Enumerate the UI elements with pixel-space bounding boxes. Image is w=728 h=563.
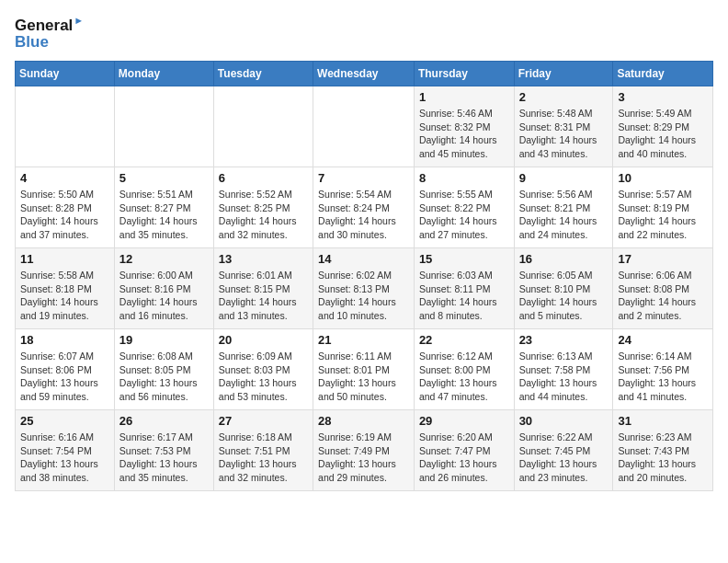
day-cell	[313, 86, 415, 167]
day-info: Sunrise: 6:13 AM Sunset: 7:58 PM Dayligh…	[519, 350, 609, 404]
day-cell: 9Sunrise: 5:56 AM Sunset: 8:21 PM Daylig…	[514, 167, 613, 248]
day-number: 29	[419, 414, 509, 428]
day-number: 27	[219, 414, 308, 428]
day-info: Sunrise: 5:49 AM Sunset: 8:29 PM Dayligh…	[618, 107, 708, 161]
week-row-2: 11Sunrise: 5:58 AM Sunset: 8:18 PM Dayli…	[16, 248, 713, 329]
day-info: Sunrise: 6:09 AM Sunset: 8:03 PM Dayligh…	[219, 350, 308, 404]
day-info: Sunrise: 6:16 AM Sunset: 7:54 PM Dayligh…	[20, 431, 109, 485]
day-number: 4	[20, 171, 109, 185]
week-row-0: 1Sunrise: 5:46 AM Sunset: 8:32 PM Daylig…	[16, 86, 713, 167]
weekday-header-sunday: Sunday	[16, 62, 115, 86]
day-cell: 17Sunrise: 6:06 AM Sunset: 8:08 PM Dayli…	[613, 248, 713, 329]
day-number: 10	[618, 171, 708, 185]
day-number: 1	[419, 90, 509, 104]
day-number: 20	[219, 333, 308, 347]
day-number: 6	[219, 171, 308, 185]
day-cell: 27Sunrise: 6:18 AM Sunset: 7:51 PM Dayli…	[213, 410, 313, 491]
day-info: Sunrise: 5:58 AM Sunset: 8:18 PM Dayligh…	[20, 269, 109, 323]
day-cell: 18Sunrise: 6:07 AM Sunset: 8:06 PM Dayli…	[16, 329, 115, 410]
day-cell: 30Sunrise: 6:22 AM Sunset: 7:45 PM Dayli…	[514, 410, 613, 491]
day-cell: 31Sunrise: 6:23 AM Sunset: 7:43 PM Dayli…	[613, 410, 713, 491]
day-number: 25	[20, 414, 109, 428]
logo: General► Blue	[15, 15, 84, 52]
day-cell: 12Sunrise: 6:00 AM Sunset: 8:16 PM Dayli…	[114, 248, 213, 329]
day-number: 19	[119, 333, 209, 347]
day-number: 30	[519, 414, 609, 428]
weekday-header-thursday: Thursday	[414, 62, 514, 86]
day-number: 24	[618, 333, 708, 347]
day-number: 7	[318, 171, 409, 185]
day-number: 5	[119, 171, 209, 185]
day-cell: 22Sunrise: 6:12 AM Sunset: 8:00 PM Dayli…	[414, 329, 514, 410]
day-cell: 29Sunrise: 6:20 AM Sunset: 7:47 PM Dayli…	[414, 410, 514, 491]
day-info: Sunrise: 5:51 AM Sunset: 8:27 PM Dayligh…	[119, 188, 209, 242]
day-info: Sunrise: 6:07 AM Sunset: 8:06 PM Dayligh…	[20, 350, 109, 404]
day-info: Sunrise: 5:48 AM Sunset: 8:31 PM Dayligh…	[519, 107, 609, 161]
day-number: 16	[519, 252, 609, 266]
day-info: Sunrise: 5:52 AM Sunset: 8:25 PM Dayligh…	[219, 188, 308, 242]
day-info: Sunrise: 6:14 AM Sunset: 7:56 PM Dayligh…	[618, 350, 708, 404]
day-cell: 4Sunrise: 5:50 AM Sunset: 8:28 PM Daylig…	[16, 167, 115, 248]
day-number: 23	[519, 333, 609, 347]
day-info: Sunrise: 6:02 AM Sunset: 8:13 PM Dayligh…	[318, 269, 409, 323]
day-cell: 26Sunrise: 6:17 AM Sunset: 7:53 PM Dayli…	[114, 410, 213, 491]
day-info: Sunrise: 6:17 AM Sunset: 7:53 PM Dayligh…	[119, 431, 209, 485]
day-number: 17	[618, 252, 708, 266]
day-number: 9	[519, 171, 609, 185]
day-cell	[114, 86, 213, 167]
day-cell: 28Sunrise: 6:19 AM Sunset: 7:49 PM Dayli…	[313, 410, 415, 491]
day-info: Sunrise: 5:50 AM Sunset: 8:28 PM Dayligh…	[20, 188, 109, 242]
day-number: 15	[419, 252, 509, 266]
day-cell: 10Sunrise: 5:57 AM Sunset: 8:19 PM Dayli…	[613, 167, 713, 248]
day-number: 28	[318, 414, 409, 428]
day-cell: 1Sunrise: 5:46 AM Sunset: 8:32 PM Daylig…	[414, 86, 514, 167]
day-cell: 6Sunrise: 5:52 AM Sunset: 8:25 PM Daylig…	[213, 167, 313, 248]
day-info: Sunrise: 6:20 AM Sunset: 7:47 PM Dayligh…	[419, 431, 509, 485]
day-info: Sunrise: 6:22 AM Sunset: 7:45 PM Dayligh…	[519, 431, 609, 485]
day-cell: 7Sunrise: 5:54 AM Sunset: 8:24 PM Daylig…	[313, 167, 415, 248]
day-number: 14	[318, 252, 409, 266]
page-header: General► Blue	[15, 15, 713, 52]
day-cell: 15Sunrise: 6:03 AM Sunset: 8:11 PM Dayli…	[414, 248, 514, 329]
day-number: 2	[519, 90, 609, 104]
day-number: 18	[20, 333, 109, 347]
day-number: 13	[219, 252, 308, 266]
day-cell: 16Sunrise: 6:05 AM Sunset: 8:10 PM Dayli…	[514, 248, 613, 329]
day-info: Sunrise: 6:05 AM Sunset: 8:10 PM Dayligh…	[519, 269, 609, 323]
day-cell: 14Sunrise: 6:02 AM Sunset: 8:13 PM Dayli…	[313, 248, 415, 329]
weekday-header-monday: Monday	[114, 62, 213, 86]
day-info: Sunrise: 5:55 AM Sunset: 8:22 PM Dayligh…	[419, 188, 509, 242]
day-cell: 25Sunrise: 6:16 AM Sunset: 7:54 PM Dayli…	[16, 410, 115, 491]
day-info: Sunrise: 5:54 AM Sunset: 8:24 PM Dayligh…	[318, 188, 409, 242]
day-number: 3	[618, 90, 708, 104]
day-info: Sunrise: 5:56 AM Sunset: 8:21 PM Dayligh…	[519, 188, 609, 242]
logo-general: General►	[15, 15, 84, 34]
day-info: Sunrise: 6:11 AM Sunset: 8:01 PM Dayligh…	[318, 350, 409, 404]
week-row-1: 4Sunrise: 5:50 AM Sunset: 8:28 PM Daylig…	[16, 167, 713, 248]
day-info: Sunrise: 6:00 AM Sunset: 8:16 PM Dayligh…	[119, 269, 209, 323]
weekday-header-row: SundayMondayTuesdayWednesdayThursdayFrid…	[16, 62, 713, 86]
day-cell: 11Sunrise: 5:58 AM Sunset: 8:18 PM Dayli…	[16, 248, 115, 329]
day-number: 12	[119, 252, 209, 266]
day-number: 26	[119, 414, 209, 428]
day-number: 31	[618, 414, 708, 428]
day-info: Sunrise: 6:12 AM Sunset: 8:00 PM Dayligh…	[419, 350, 509, 404]
day-cell: 23Sunrise: 6:13 AM Sunset: 7:58 PM Dayli…	[514, 329, 613, 410]
day-number: 21	[318, 333, 409, 347]
day-cell: 13Sunrise: 6:01 AM Sunset: 8:15 PM Dayli…	[213, 248, 313, 329]
day-info: Sunrise: 6:03 AM Sunset: 8:11 PM Dayligh…	[419, 269, 509, 323]
day-info: Sunrise: 6:23 AM Sunset: 7:43 PM Dayligh…	[618, 431, 708, 485]
day-info: Sunrise: 6:19 AM Sunset: 7:49 PM Dayligh…	[318, 431, 409, 485]
day-cell: 19Sunrise: 6:08 AM Sunset: 8:05 PM Dayli…	[114, 329, 213, 410]
calendar-table: SundayMondayTuesdayWednesdayThursdayFrid…	[15, 61, 713, 491]
day-cell	[213, 86, 313, 167]
day-info: Sunrise: 5:57 AM Sunset: 8:19 PM Dayligh…	[618, 188, 708, 242]
day-cell: 5Sunrise: 5:51 AM Sunset: 8:27 PM Daylig…	[114, 167, 213, 248]
day-number: 22	[419, 333, 509, 347]
day-info: Sunrise: 5:46 AM Sunset: 8:32 PM Dayligh…	[419, 107, 509, 161]
week-row-3: 18Sunrise: 6:07 AM Sunset: 8:06 PM Dayli…	[16, 329, 713, 410]
day-cell: 20Sunrise: 6:09 AM Sunset: 8:03 PM Dayli…	[213, 329, 313, 410]
day-info: Sunrise: 6:06 AM Sunset: 8:08 PM Dayligh…	[618, 269, 708, 323]
day-cell: 21Sunrise: 6:11 AM Sunset: 8:01 PM Dayli…	[313, 329, 415, 410]
weekday-header-wednesday: Wednesday	[313, 62, 415, 86]
